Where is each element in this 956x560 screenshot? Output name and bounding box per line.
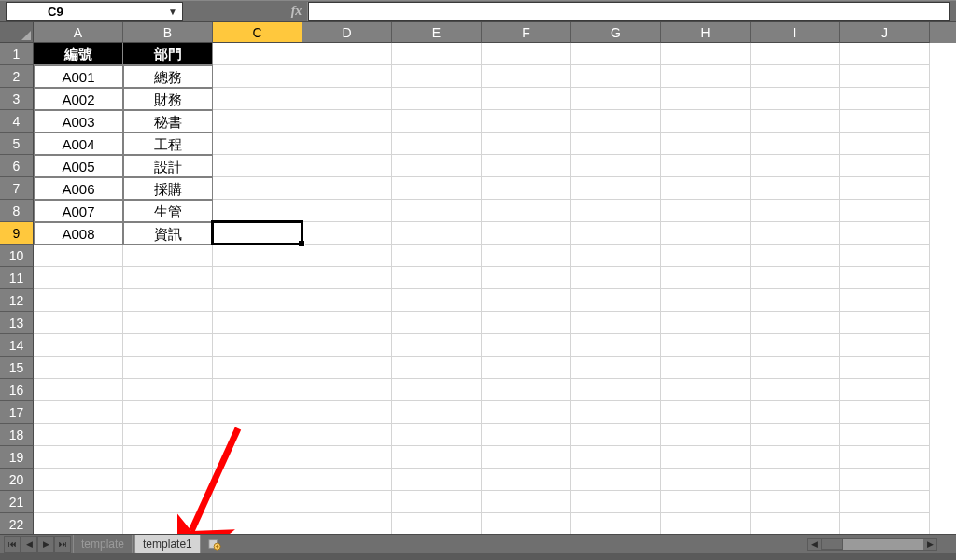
cell-e13[interactable] [392,312,482,334]
cell-a1[interactable]: 編號 [34,43,123,65]
cell-e18[interactable] [392,424,482,446]
cell-j19[interactable] [840,446,930,469]
formula-input[interactable] [308,2,950,21]
cell-e15[interactable] [392,357,482,379]
cell-g22[interactable] [571,513,661,534]
cell-d3[interactable] [302,88,392,110]
cell-f9[interactable] [482,222,571,245]
cell-f15[interactable] [482,357,571,379]
cell-b4[interactable]: 秘書 [123,110,213,133]
cell-g9[interactable] [571,222,661,245]
cell-h14[interactable] [661,334,751,357]
cell-i16[interactable] [751,379,840,401]
cell-c3[interactable] [213,88,302,110]
cell-e21[interactable] [392,491,482,513]
cell-h11[interactable] [661,267,751,289]
cell-j20[interactable] [840,469,930,491]
cell-b21[interactable] [123,491,213,513]
cell-i22[interactable] [751,513,840,534]
cell-h6[interactable] [661,155,751,177]
column-header-j[interactable]: J [840,22,930,43]
cell-b22[interactable] [123,513,213,534]
column-header-b[interactable]: B [123,22,213,43]
cell-c1[interactable] [213,43,302,65]
cell-a6[interactable]: A005 [34,155,123,177]
cell-i1[interactable] [751,43,840,65]
cell-d7[interactable] [302,177,392,200]
cell-c5[interactable] [213,133,302,155]
cell-g21[interactable] [571,491,661,513]
spreadsheet-grid[interactable]: ABCDEFGHIJ 1編號部門2A001總務3A002財務4A003秘書5A0… [0,22,956,534]
cell-d9[interactable] [302,222,392,245]
cell-a3[interactable]: A002 [34,88,123,110]
cell-b11[interactable] [123,267,213,289]
cell-i6[interactable] [751,155,840,177]
row-header-21[interactable]: 21 [0,491,34,513]
cell-g18[interactable] [571,424,661,446]
cell-a16[interactable] [34,379,123,401]
cell-d18[interactable] [302,424,392,446]
cell-i19[interactable] [751,446,840,469]
cell-a7[interactable]: A006 [34,177,123,200]
cell-i2[interactable] [751,65,840,88]
cell-g14[interactable] [571,334,661,357]
cell-h20[interactable] [661,469,751,491]
scroll-right-icon[interactable]: ▶ [923,539,936,550]
cell-c11[interactable] [213,267,302,289]
cell-e22[interactable] [392,513,482,534]
cell-d2[interactable] [302,65,392,88]
row-header-11[interactable]: 11 [0,267,34,289]
row-header-19[interactable]: 19 [0,446,34,469]
cell-c12[interactable] [213,289,302,312]
cell-a20[interactable] [34,469,123,491]
cell-h17[interactable] [661,401,751,424]
cell-g11[interactable] [571,267,661,289]
row-header-10[interactable]: 10 [0,245,34,267]
cell-j4[interactable] [840,110,930,133]
cell-e16[interactable] [392,379,482,401]
cell-f11[interactable] [482,267,571,289]
cell-h18[interactable] [661,424,751,446]
column-header-a[interactable]: A [34,22,123,43]
cell-b9[interactable]: 資訊 [123,222,213,245]
row-header-17[interactable]: 17 [0,401,34,424]
cell-c18[interactable] [213,424,302,446]
cell-a22[interactable] [34,513,123,534]
cell-j18[interactable] [840,424,930,446]
row-header-14[interactable]: 14 [0,334,34,357]
cell-f4[interactable] [482,110,571,133]
cell-f8[interactable] [482,200,571,222]
cell-f17[interactable] [482,401,571,424]
sheet-tab-template1[interactable]: template1 [134,535,201,553]
cell-f16[interactable] [482,379,571,401]
cell-g10[interactable] [571,245,661,267]
cell-h10[interactable] [661,245,751,267]
cell-e17[interactable] [392,401,482,424]
column-header-f[interactable]: F [482,22,571,43]
cell-e1[interactable] [392,43,482,65]
cell-i21[interactable] [751,491,840,513]
cell-j15[interactable] [840,357,930,379]
cell-g17[interactable] [571,401,661,424]
cell-b10[interactable] [123,245,213,267]
cell-b7[interactable]: 採購 [123,177,213,200]
row-header-22[interactable]: 22 [0,513,34,534]
row-header-1[interactable]: 1 [0,43,34,65]
cell-f5[interactable] [482,133,571,155]
scroll-thumb[interactable] [821,539,843,550]
cell-b20[interactable] [123,469,213,491]
cell-c9[interactable] [213,222,302,245]
cell-j16[interactable] [840,379,930,401]
cell-f22[interactable] [482,513,571,534]
column-header-e[interactable]: E [392,22,482,43]
row-header-13[interactable]: 13 [0,312,34,334]
cell-d13[interactable] [302,312,392,334]
cell-h15[interactable] [661,357,751,379]
cell-g1[interactable] [571,43,661,65]
cell-f1[interactable] [482,43,571,65]
cell-f10[interactable] [482,245,571,267]
row-header-9[interactable]: 9 [0,222,34,245]
cell-d12[interactable] [302,289,392,312]
cell-h7[interactable] [661,177,751,200]
cell-j17[interactable] [840,401,930,424]
